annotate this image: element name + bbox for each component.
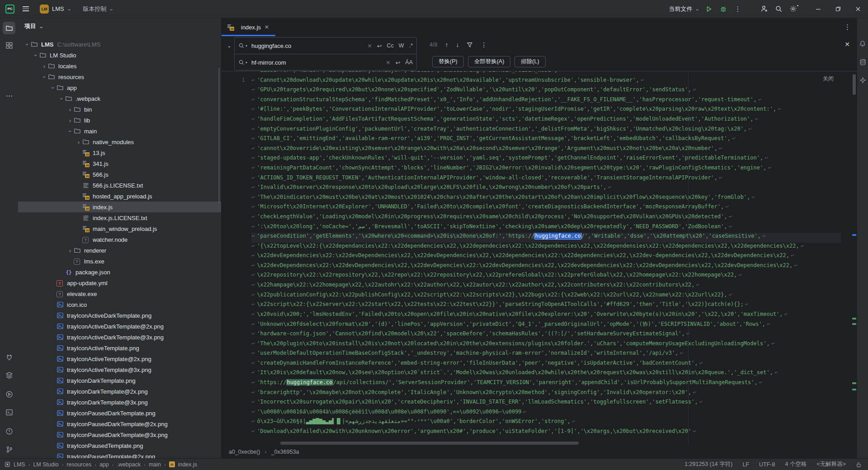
vcs-widget[interactable]: 版本控制 ⌄ [80,4,116,14]
tree-item-locales[interactable]: ›locales [18,61,221,71]
status-breadcrumb-item[interactable]: .webpack [117,461,141,468]
code-editor[interactable]: 1 ↵'ZLibError','finish','isAmphibianPyth… [222,71,857,446]
services-button[interactable] [3,388,15,400]
exclude-button[interactable]: 排除(L) [514,56,545,67]
tree-expand-chevron-icon[interactable]: › [50,84,57,91]
tree-expand-chevron-icon[interactable]: › [66,117,74,124]
tree-item-hosted-app-preload-js[interactable]: JShosted_app_preload.js [18,191,221,202]
close-search-panel-icon[interactable]: ✕ [844,41,850,48]
tree-item-renderer[interactable]: ›renderer [18,245,221,256]
clear-replace-icon[interactable]: ✕ [386,59,390,66]
tree-scrollbar[interactable] [218,68,220,203]
ai-assistant-button[interactable] [858,75,868,85]
tree-item-trayicondarktemplate-2x-png[interactable]: trayIconDarkTemplate@2x.png [18,386,221,397]
debug-button[interactable] [716,2,731,16]
tree-item-package-json[interactable]: {}package.json [18,267,221,277]
tree-item-app[interactable]: ›app [18,82,221,93]
tree-item-341-js[interactable]: JS341.js [18,158,221,169]
project-tool-button[interactable] [3,22,15,34]
tree-item-trayiconpauseddarktemplate-3x-png[interactable]: trayIconPausedDarkTemplate@3x.png [18,429,221,440]
terminal-button[interactable] [3,406,15,418]
python-console-button[interactable] [3,351,15,363]
lock-icon[interactable] [856,461,862,468]
status-widget[interactable]: 4 个空格 [785,461,807,468]
tree-expand-chevron-icon[interactable]: › [67,127,74,135]
breadcrumb-scope[interactable]: _0x36953a [271,449,299,455]
tree-item-trayiconpausedtemplate-png[interactable]: trayIconPausedTemplate.png [18,440,221,451]
preserve-case-toggle[interactable]: ÁA [405,59,413,66]
tree-expand-chevron-icon[interactable]: › [24,41,31,48]
search-history-icon[interactable]: ▾ [238,42,247,49]
project-selector[interactable]: LM LMS ⌄ [37,3,74,15]
tree-item-trayiconactivetemplate-3x-png[interactable]: trayIconActiveTemplate@3x.png [18,364,221,375]
version-control-button[interactable] [3,443,15,456]
tab-index-js[interactable]: JS index.js ✕ [222,18,275,36]
status-widget[interactable]: LF [742,461,749,468]
tree-item-elevate-exe[interactable]: ?elevate.exe [18,288,221,299]
status-breadcrumb-item[interactable]: index.js [178,461,197,468]
tree-item-trayiconactivedarktemplate-png[interactable]: trayIconActiveDarkTemplate.png [18,310,221,321]
tree-item-566-js[interactable]: JS566.js [18,169,221,180]
tree-item-lib[interactable]: ›lib [18,115,221,126]
tree-item-resources[interactable]: ›resources [18,71,221,82]
tree-item-trayiconactivetemplate-2x-png[interactable]: trayIconActiveTemplate@2x.png [18,353,221,364]
code-with-me-button[interactable] [757,2,771,16]
tree-item-bin[interactable]: ›bin [18,104,221,115]
maximize-button[interactable] [828,0,848,18]
tree-expand-chevron-icon[interactable]: › [75,139,82,146]
tree-expand-chevron-icon[interactable]: › [58,95,65,102]
match-case-toggle[interactable]: Cc [387,42,394,49]
collapse-replace-chevron-icon[interactable]: ⌄ [225,42,233,50]
tree-item-lms[interactable]: ›LMSC:\software\LMS [18,39,221,50]
tree-item-trayiconpausedtemplate-2x-png[interactable]: trayIconPausedTemplate@2x.png [18,451,221,458]
clear-search-icon[interactable]: ✕ [368,42,372,49]
project-panel-header[interactable]: 项目 ⌄ [18,18,221,34]
tree-item-index-js[interactable]: JSindex.js [18,202,221,212]
scrollbar-thumb[interactable] [853,74,856,95]
tree-item-main[interactable]: ›main [18,126,221,136]
tree-expand-chevron-icon[interactable]: › [33,52,39,59]
status-widget[interactable]: UTF-8 [759,461,775,468]
replace-input[interactable]: hf-mirror.com [251,59,386,66]
tree-item-icon-ico[interactable]: icon.ico [18,299,221,310]
tree-item--webpack[interactable]: ›.webpack [18,93,221,104]
search-everywhere-button[interactable] [771,2,786,16]
tree-expand-chevron-icon[interactable]: › [66,106,74,113]
tree-item-trayiconactivetemplate-png[interactable]: trayIconActiveTemplate.png [18,343,221,353]
replace-history-icon[interactable]: ▾ [238,59,247,66]
tree-item-trayiconactivedarktemplate-3x-png[interactable]: trayIconActiveDarkTemplate@3x.png [18,332,221,343]
tree-item-watcher-node[interactable]: ?watcher.node [18,234,221,245]
status-breadcrumb-item[interactable]: LM Studio [33,461,58,468]
replace-all-button[interactable]: 全部替换(A) [468,56,511,67]
replace-button[interactable]: 替换(P) [432,56,464,67]
tree-item-main-window-preload-js[interactable]: JSmain_window_preload.js [18,223,221,234]
filter-icon[interactable] [467,42,473,48]
tree-item-trayiconactivedarktemplate-2x-png[interactable]: trayIconActiveDarkTemplate@2x.png [18,321,221,332]
close-window-button[interactable] [848,0,868,18]
run-button[interactable] [702,2,716,16]
tree-item-trayicondarktemplate-3x-png[interactable]: trayIconDarkTemplate@3x.png [18,397,221,408]
status-widget[interactable]: 1:291253 (14 字符) [684,461,732,468]
status-breadcrumb-item[interactable]: LMS [14,461,25,468]
tree-item-13-js[interactable]: JS13.js [18,147,221,158]
tree-item-566-js-license-txt[interactable]: 566.js.LICENSE.txt [18,180,221,191]
minimize-button[interactable] [808,0,828,18]
tree-item-native-modules[interactable]: ›native_modules [18,136,221,147]
regex-toggle[interactable]: .* [409,42,413,49]
problems-button[interactable] [3,425,15,437]
tree-item-trayicondarktemplate-png[interactable]: trayIconDarkTemplate.png [18,375,221,386]
tree-item-lm-studio[interactable]: ›LM Studio [18,50,221,61]
commit-tool-button[interactable] [3,39,15,52]
more-tool-windows-button[interactable] [3,89,15,102]
menu-icon[interactable] [21,5,31,13]
horizontal-scrollbar[interactable] [280,442,579,445]
tree-item-index-js-license-txt[interactable]: index.js.LICENSE.txt [18,212,221,223]
tree-expand-chevron-icon[interactable]: › [41,63,48,70]
tree-expand-chevron-icon[interactable]: › [66,247,74,254]
tree-item-lms-exe[interactable]: ?lms.exe [18,256,221,267]
status-breadcrumb-item[interactable]: main [149,461,161,468]
tree-item-app-update-yml[interactable]: Yapp-update.yml [18,277,221,288]
status-widget[interactable]: <无解释器> [816,461,846,468]
tree-expand-chevron-icon[interactable]: › [41,73,48,80]
python-packages-button[interactable] [3,369,15,381]
